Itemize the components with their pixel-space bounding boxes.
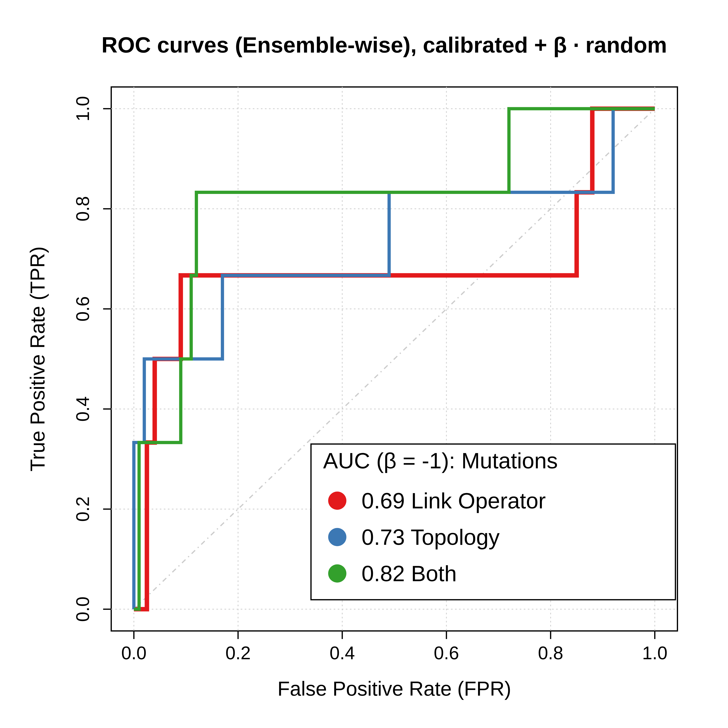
x-axis-ticks: 0.00.20.40.60.81.0 xyxy=(121,631,667,663)
y-tick-label: 1.0 xyxy=(73,96,93,121)
y-tick-label: 0.2 xyxy=(73,497,93,522)
y-tick-label: 0.0 xyxy=(73,596,93,622)
x-tick-label: 0.6 xyxy=(434,643,459,663)
x-tick-label: 1.0 xyxy=(642,643,667,663)
legend-item-label: 0.82 Both xyxy=(362,561,457,586)
x-tick-label: 0.0 xyxy=(121,643,147,663)
y-tick-label: 0.8 xyxy=(73,196,93,222)
legend-marker xyxy=(328,528,346,546)
chart-title: ROC curves (Ensemble-wise), calibrated +… xyxy=(101,32,667,57)
x-axis-label: False Positive Rate (FPR) xyxy=(277,677,511,700)
y-axis-ticks: 0.00.20.40.60.81.0 xyxy=(73,96,111,622)
legend-marker xyxy=(328,492,346,510)
x-tick-label: 0.2 xyxy=(225,643,251,663)
legend-marker xyxy=(328,564,346,583)
y-tick-label: 0.6 xyxy=(73,296,93,321)
x-tick-label: 0.4 xyxy=(330,643,355,663)
legend-item-label: 0.69 Link Operator xyxy=(362,488,546,513)
roc-chart: ROC curves (Ensemble-wise), calibrated +… xyxy=(0,0,728,728)
x-tick-label: 0.8 xyxy=(538,643,563,663)
legend-title: AUC (β = -1): Mutations xyxy=(323,448,558,473)
y-tick-label: 0.4 xyxy=(73,396,93,422)
legend: AUC (β = -1): Mutations 0.69 Link Operat… xyxy=(311,444,675,600)
legend-item-label: 0.73 Topology xyxy=(362,525,500,549)
y-axis-label: True Positive Rate (TPR) xyxy=(26,246,49,471)
